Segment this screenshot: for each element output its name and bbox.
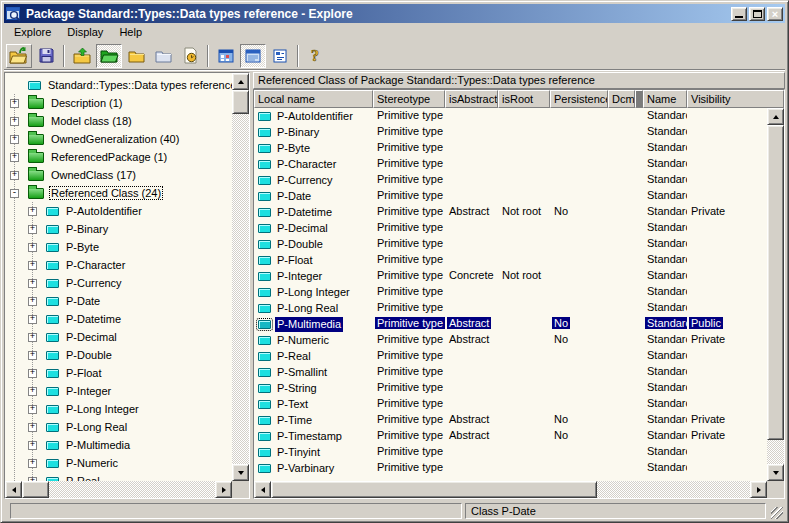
tree-item-p-multimedia[interactable]: +P-Multimedia xyxy=(8,436,232,454)
tree-item-ownedgeneralization-40[interactable]: +OwnedGeneralization (40) xyxy=(8,130,232,148)
expander-icon[interactable]: + xyxy=(28,225,37,234)
doc-clock-button[interactable] xyxy=(177,44,203,68)
scroll-right-button[interactable] xyxy=(215,481,232,498)
column-header-spacer[interactable] xyxy=(635,90,643,108)
expander-icon[interactable]: + xyxy=(10,99,19,108)
scroll-up-button[interactable] xyxy=(767,108,784,125)
view-outline-button[interactable] xyxy=(267,44,293,68)
tree-item-ownedclass-17[interactable]: +OwnedClass (17) xyxy=(8,166,232,184)
open-explore-button[interactable] xyxy=(6,44,32,68)
tree-item-p-long-real[interactable]: +P-Long Real xyxy=(8,418,232,436)
save-button[interactable] xyxy=(33,44,59,68)
scroll-thumb[interactable] xyxy=(232,90,249,114)
tree-item-p-binary[interactable]: +P-Binary xyxy=(8,220,232,238)
column-header-stereotype[interactable]: Stereotype xyxy=(373,90,445,108)
table-horizontal-scrollbar[interactable] xyxy=(254,481,767,498)
expander-icon[interactable]: + xyxy=(10,153,19,162)
scroll-down-button[interactable] xyxy=(767,464,784,481)
folder-up-button[interactable] xyxy=(69,44,95,68)
view-large-icons-button[interactable] xyxy=(213,44,239,68)
expander-icon[interactable]: + xyxy=(28,207,37,216)
resize-grip[interactable] xyxy=(771,507,783,519)
tree-item-p-integer[interactable]: +P-Integer xyxy=(8,382,232,400)
column-header-persistence[interactable]: Persistence xyxy=(550,90,608,108)
table-row[interactable]: P-DoublePrimitive typeStandarc xyxy=(254,236,767,252)
table-row[interactable]: P-StringPrimitive typeStandarc xyxy=(254,380,767,396)
scroll-thumb[interactable] xyxy=(767,125,784,440)
column-header-name[interactable]: Name xyxy=(643,90,687,108)
tree-item-p-real[interactable]: +P-Real xyxy=(8,472,232,481)
scroll-thumb[interactable] xyxy=(271,481,597,498)
title-bar[interactable]: Package Standard::Types::Data types refe… xyxy=(4,4,785,23)
minimize-button[interactable] xyxy=(731,7,747,21)
expander-icon[interactable]: + xyxy=(28,369,37,378)
table-row[interactable]: P-DatetimePrimitive typeAbstractNot root… xyxy=(254,204,767,220)
menu-display[interactable]: Display xyxy=(59,24,111,41)
column-header-local-name[interactable]: Local name xyxy=(254,90,373,108)
tree-item-p-datetime[interactable]: +P-Datetime xyxy=(8,310,232,328)
table-vertical-scrollbar[interactable] xyxy=(767,108,784,481)
folder-open-green-button[interactable] xyxy=(96,44,122,68)
tree-item-p-decimal[interactable]: +P-Decimal xyxy=(8,328,232,346)
table-row[interactable]: P-DatePrimitive typeStandarc xyxy=(254,188,767,204)
table-row[interactable]: P-DecimalPrimitive typeStandarc xyxy=(254,220,767,236)
expander-icon[interactable]: + xyxy=(28,333,37,342)
table-row[interactable]: P-BytePrimitive typeStandarc xyxy=(254,140,767,156)
tree-item-description-1[interactable]: +Description (1) xyxy=(8,94,232,112)
tree-item-p-double[interactable]: +P-Double xyxy=(8,346,232,364)
table-row[interactable]: P-CurrencyPrimitive typeStandarc xyxy=(254,172,767,188)
table-row[interactable]: P-CharacterPrimitive typeStandarc xyxy=(254,156,767,172)
expander-icon[interactable]: + xyxy=(10,117,19,126)
table-row[interactable]: P-TinyintPrimitive typeStandarc xyxy=(254,444,767,460)
expander-icon[interactable]: + xyxy=(28,297,37,306)
tree-item-p-float[interactable]: +P-Float xyxy=(8,364,232,382)
scroll-track[interactable] xyxy=(232,90,249,464)
tree-item-p-byte[interactable]: +P-Byte xyxy=(8,238,232,256)
close-button[interactable]: × xyxy=(767,7,783,21)
scroll-right-button[interactable] xyxy=(750,481,767,498)
scroll-left-button[interactable] xyxy=(5,481,22,498)
scroll-down-button[interactable] xyxy=(232,464,249,481)
table-row[interactable]: P-Long IntegerPrimitive typeStandarc xyxy=(254,284,767,300)
expander-icon[interactable]: + xyxy=(28,459,37,468)
scroll-up-button[interactable] xyxy=(232,73,249,90)
tree-item-p-numeric[interactable]: +P-Numeric xyxy=(8,454,232,472)
folder-yellow-button[interactable] xyxy=(123,44,149,68)
maximize-button[interactable] xyxy=(749,7,765,21)
expander-icon[interactable]: - xyxy=(10,189,19,198)
help-button[interactable]: ? xyxy=(303,44,329,68)
table-row[interactable]: P-NumericPrimitive typeAbstractNoStandar… xyxy=(254,332,767,348)
tree-item-p-long-integer[interactable]: +P-Long Integer xyxy=(8,400,232,418)
tree-item-p-date[interactable]: +P-Date xyxy=(8,292,232,310)
expander-icon[interactable]: + xyxy=(28,441,37,450)
tree-item-model-class-18[interactable]: +Model class (18) xyxy=(8,112,232,130)
table-row[interactable]: P-TextPrimitive typeStandarc xyxy=(254,396,767,412)
tree-item-referencedpackage-1[interactable]: +ReferencedPackage (1) xyxy=(8,148,232,166)
menu-explore[interactable]: Explore xyxy=(6,24,59,41)
scroll-track[interactable] xyxy=(22,481,215,498)
expander-icon[interactable]: + xyxy=(28,405,37,414)
tree-item-p-autoidentifier[interactable]: +P-AutoIdentifier xyxy=(8,202,232,220)
table-row[interactable]: P-BinaryPrimitive typeStandarc xyxy=(254,124,767,140)
folder-pale-button[interactable] xyxy=(150,44,176,68)
scroll-thumb[interactable] xyxy=(22,481,49,498)
table-row[interactable]: P-FloatPrimitive typeStandarc xyxy=(254,252,767,268)
tree-root-item[interactable]: Standard::Types::Data types reference xyxy=(8,76,232,94)
expander-icon[interactable]: + xyxy=(28,261,37,270)
table-row[interactable]: P-Long RealPrimitive typeStandarc xyxy=(254,300,767,316)
column-header-visibility[interactable]: Visibility xyxy=(687,90,784,108)
table-row[interactable]: P-TimestampPrimitive typeAbstractNoStand… xyxy=(254,428,767,444)
column-header-isabstract[interactable]: isAbstract xyxy=(445,90,498,108)
table-row[interactable]: P-VarbinaryPrimitive typeStandarc xyxy=(254,460,767,476)
view-details-button[interactable] xyxy=(240,44,266,68)
expander-icon[interactable]: + xyxy=(10,171,19,180)
column-header-dcml[interactable]: Dcml xyxy=(608,90,635,108)
expander-icon[interactable]: + xyxy=(28,243,37,252)
table-row[interactable]: P-RealPrimitive typeStandarc xyxy=(254,348,767,364)
table-row[interactable]: P-SmallintPrimitive typeStandarc xyxy=(254,364,767,380)
expander-icon[interactable]: + xyxy=(28,477,37,482)
scroll-left-button[interactable] xyxy=(254,481,271,498)
expander-icon[interactable]: + xyxy=(28,315,37,324)
expander-icon[interactable]: + xyxy=(10,135,19,144)
tree-item-referenced-class-24[interactable]: -Referenced Class (24) xyxy=(8,184,232,202)
